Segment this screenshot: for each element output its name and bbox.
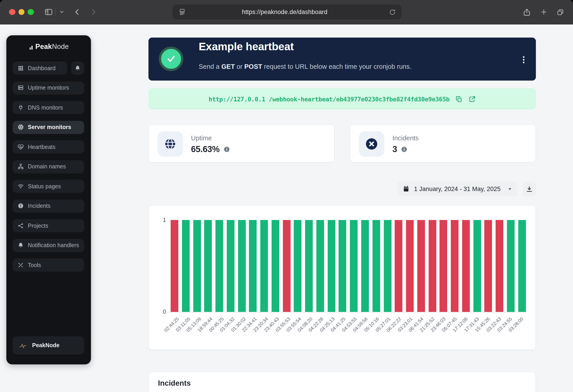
heartbeat-bar-02:44:25[interactable] xyxy=(171,220,178,312)
kebab-menu-button[interactable] xyxy=(519,53,529,66)
heartbeat-bar-17:12:06[interactable] xyxy=(462,220,470,312)
heartbeat-bar-06:22:22[interactable] xyxy=(395,220,403,312)
new-tab-button[interactable] xyxy=(538,0,549,24)
sidebar-item-incidents[interactable]: Incidents xyxy=(13,199,84,213)
heartbeat-bar-18:59:44[interactable] xyxy=(204,220,212,312)
open-url-button[interactable] xyxy=(468,95,476,103)
heartbeat-bar-06:41:54[interactable] xyxy=(417,220,425,312)
sidebar-item-domain-names[interactable]: Domain names xyxy=(13,160,84,173)
sitemap-icon xyxy=(18,164,24,170)
heartbeat-history-chart: 1 0 02:44:2503:11:0505:13:0918:59:4400:4… xyxy=(148,205,536,350)
sidebar-item-server-monitors[interactable]: Server monitors xyxy=(13,121,84,134)
browser-window: https://peaknode.de/dashboard Pea xyxy=(0,0,573,392)
forward-button[interactable] xyxy=(88,0,98,24)
heart-pulse-icon xyxy=(18,144,24,150)
plus-icon xyxy=(540,8,547,16)
reload-button[interactable] xyxy=(383,0,401,24)
incidents-value: 3 xyxy=(393,144,397,154)
grid-icon xyxy=(18,65,24,71)
logo-text-light: Node xyxy=(52,43,69,50)
sidebar-item-projects[interactable]: Projects xyxy=(13,219,84,232)
tab-overview-button[interactable] xyxy=(555,0,565,24)
address-bar[interactable]: https://peaknode.de/dashboard xyxy=(172,4,401,19)
share-nodes-icon xyxy=(18,223,24,229)
chart-x-labels: 02:44:2503:11:0505:13:0918:59:4400:45:25… xyxy=(171,314,526,349)
bar-chart-logo-icon xyxy=(29,44,35,50)
minimize-window-button[interactable] xyxy=(18,9,24,15)
info-icon xyxy=(224,146,230,153)
sidebar-item-status-pages[interactable]: Status pages xyxy=(13,180,84,193)
sidebar: PeakNode DashboardUptime monitorsDNS mon… xyxy=(6,35,91,364)
heartbeat-bar-22:34:41[interactable] xyxy=(249,220,257,312)
share-button[interactable] xyxy=(522,0,532,24)
heartbeat-bar-03:24:55[interactable] xyxy=(507,220,515,312)
incidents-section-title: Incidents xyxy=(158,379,191,388)
sidebar-toggle-button[interactable] xyxy=(43,0,54,24)
cpu-icon xyxy=(18,124,24,130)
heartbeat-header-card: Example heartbeat Send a GET or POST req… xyxy=(148,37,536,81)
heartbeat-bar-05:07:45[interactable] xyxy=(451,220,459,312)
heartbeat-bar-01:04:32[interactable] xyxy=(227,220,234,312)
screen: https://peaknode.de/dashboard Pea xyxy=(0,0,573,392)
sidebar-item-label: Tools xyxy=(28,262,41,268)
window-controls xyxy=(9,9,34,15)
heartbeat-bar-01:30:02[interactable] xyxy=(238,220,246,312)
heartbeat-bar-05:10:16[interactable] xyxy=(373,220,380,312)
nav-row: Server monitors xyxy=(13,121,84,134)
url-text[interactable]: https://peaknode.de/dashboard xyxy=(186,9,383,15)
heartbeat-bar-17:31:43[interactable] xyxy=(473,220,481,312)
heartbeat-bar-23:40:43[interactable] xyxy=(271,220,279,312)
uptime-value: 65.63% xyxy=(191,144,220,154)
heartbeat-bar-23:20:34[interactable] xyxy=(260,220,268,312)
copy-icon xyxy=(455,95,463,103)
globe-icon xyxy=(164,138,177,150)
toolbar-chevron-button[interactable] xyxy=(58,0,65,24)
heartbeat-bar-04:22:28[interactable] xyxy=(316,220,324,312)
incidents-label: Incidents xyxy=(393,134,419,142)
sidebar-footer-item[interactable]: PeakNode xyxy=(13,336,84,355)
webhook-url[interactable]: http://127.0.0.1 /webhook-heartbeat/eb43… xyxy=(209,95,450,103)
sidebar-item-label: Server monitors xyxy=(28,124,71,130)
heartbeat-bar-03:23:01[interactable] xyxy=(406,220,414,312)
sidebar-item-tools[interactable]: Tools xyxy=(13,258,84,272)
y-tick-0: 0 xyxy=(149,309,166,315)
back-button[interactable] xyxy=(72,0,82,24)
heartbeat-bar-15:45:26[interactable] xyxy=(484,220,492,312)
nav-row: Notification handlers xyxy=(13,239,84,252)
heartbeat-bar-03:28:00[interactable] xyxy=(518,220,526,312)
heartbeat-bar-04:59:56[interactable] xyxy=(361,220,369,312)
sidebar-item-notification-handlers[interactable]: Notification handlers xyxy=(13,239,84,252)
heartbeat-bar-23:46:03[interactable] xyxy=(440,220,448,312)
logo-text-bold: Peak xyxy=(35,43,52,50)
heartbeat-bar-04:08:20[interactable] xyxy=(305,220,313,312)
calendar-icon xyxy=(403,186,410,192)
sidebar-item-uptime-monitors[interactable]: Uptime monitors xyxy=(13,81,84,94)
zoom-window-button[interactable] xyxy=(28,9,34,15)
heartbeat-bar-00:45:25[interactable] xyxy=(215,220,223,312)
date-range-button[interactable]: 1 January, 2024 - 31 May, 2025 xyxy=(398,181,518,196)
close-window-button[interactable] xyxy=(9,9,15,15)
sidebar-item-dashboard[interactable]: Dashboard xyxy=(13,62,68,75)
heartbeat-bar-04:53:55[interactable] xyxy=(350,220,358,312)
heartbeat-bar-05:13:09[interactable] xyxy=(193,220,201,312)
uptime-info-button[interactable] xyxy=(224,146,230,153)
heartbeat-bar-03:22:43[interactable] xyxy=(496,220,503,312)
copy-url-button[interactable] xyxy=(455,95,463,103)
heartbeat-bar-03:11:05[interactable] xyxy=(182,220,190,312)
heartbeat-bar-21:25:52[interactable] xyxy=(428,220,436,312)
heartbeat-bar-04:25:13[interactable] xyxy=(327,220,335,312)
incidents-info-button[interactable] xyxy=(401,146,408,153)
sidebar-item-label: Status pages xyxy=(28,183,61,189)
heartbeat-bar-04:41:25[interactable] xyxy=(339,220,346,312)
download-button[interactable] xyxy=(523,181,536,196)
bell-button[interactable] xyxy=(71,62,84,75)
sidebar-item-dns-monitors[interactable]: DNS monitors xyxy=(13,101,84,114)
sidebar-item-label: Uptime monitors xyxy=(28,85,69,91)
uptime-label: Uptime xyxy=(191,134,212,142)
heartbeat-bar-05:27:01[interactable] xyxy=(384,220,391,312)
reader-page-icon[interactable] xyxy=(178,8,186,16)
stats-row: Uptime 65.63% Incidents xyxy=(148,125,536,162)
sidebar-item-heartbeats[interactable]: Heartbeats xyxy=(13,140,84,153)
heartbeat-bar-03:55:54[interactable] xyxy=(294,220,302,312)
heartbeat-bar-03:55:53[interactable] xyxy=(283,220,290,312)
